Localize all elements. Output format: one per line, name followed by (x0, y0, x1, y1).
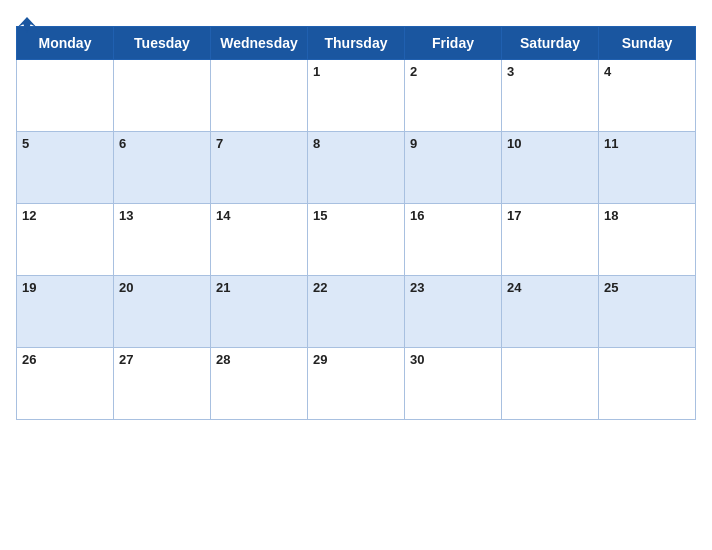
calendar-cell: 30 (405, 348, 502, 420)
calendar-week-row: 12131415161718 (17, 204, 696, 276)
calendar-cell (599, 348, 696, 420)
calendar-cell: 14 (211, 204, 308, 276)
calendar-week-row: 2627282930 (17, 348, 696, 420)
day-number: 25 (604, 280, 690, 295)
calendar-cell: 13 (114, 204, 211, 276)
calendar-cell: 28 (211, 348, 308, 420)
svg-marker-0 (17, 17, 36, 33)
calendar-cell: 4 (599, 60, 696, 132)
calendar-cell: 9 (405, 132, 502, 204)
calendar-cell: 27 (114, 348, 211, 420)
calendar-thead: MondayTuesdayWednesdayThursdayFridaySatu… (17, 27, 696, 60)
calendar-cell (502, 348, 599, 420)
calendar-cell: 15 (308, 204, 405, 276)
day-number: 22 (313, 280, 399, 295)
calendar-cell: 16 (405, 204, 502, 276)
day-number: 19 (22, 280, 108, 295)
calendar-cell: 29 (308, 348, 405, 420)
calendar-tbody: 1234567891011121314151617181920212223242… (17, 60, 696, 420)
calendar-cell: 1 (308, 60, 405, 132)
day-number: 21 (216, 280, 302, 295)
day-number: 16 (410, 208, 496, 223)
calendar-cell: 21 (211, 276, 308, 348)
calendar-cell: 2 (405, 60, 502, 132)
calendar-week-row: 567891011 (17, 132, 696, 204)
calendar-cell: 26 (17, 348, 114, 420)
day-number: 20 (119, 280, 205, 295)
day-number: 3 (507, 64, 593, 79)
calendar-cell: 22 (308, 276, 405, 348)
calendar-wrapper: MondayTuesdayWednesdayThursdayFridaySatu… (0, 0, 712, 550)
day-number: 12 (22, 208, 108, 223)
day-number: 10 (507, 136, 593, 151)
calendar-cell: 6 (114, 132, 211, 204)
calendar-cell: 10 (502, 132, 599, 204)
day-number: 1 (313, 64, 399, 79)
calendar-cell: 3 (502, 60, 599, 132)
weekday-header: Sunday (599, 27, 696, 60)
day-number: 18 (604, 208, 690, 223)
calendar-cell: 20 (114, 276, 211, 348)
day-number: 4 (604, 64, 690, 79)
weekday-header: Thursday (308, 27, 405, 60)
day-number: 24 (507, 280, 593, 295)
calendar-cell: 7 (211, 132, 308, 204)
day-number: 15 (313, 208, 399, 223)
calendar-cell: 11 (599, 132, 696, 204)
weekday-header: Tuesday (114, 27, 211, 60)
calendar-cell (114, 60, 211, 132)
weekday-header: Friday (405, 27, 502, 60)
calendar-cell: 19 (17, 276, 114, 348)
day-number: 9 (410, 136, 496, 151)
weekday-header: Saturday (502, 27, 599, 60)
calendar-cell: 18 (599, 204, 696, 276)
day-number: 2 (410, 64, 496, 79)
day-number: 8 (313, 136, 399, 151)
calendar-cell: 24 (502, 276, 599, 348)
day-number: 17 (507, 208, 593, 223)
calendar-cell (211, 60, 308, 132)
calendar-cell: 12 (17, 204, 114, 276)
calendar-cell: 25 (599, 276, 696, 348)
logo-bird-icon (16, 14, 38, 36)
day-number: 26 (22, 352, 108, 367)
calendar-cell: 23 (405, 276, 502, 348)
calendar-header (16, 10, 696, 16)
day-number: 13 (119, 208, 205, 223)
day-number: 30 (410, 352, 496, 367)
logo-area (16, 14, 40, 36)
day-number: 5 (22, 136, 108, 151)
weekday-header: Wednesday (211, 27, 308, 60)
calendar-week-row: 1234 (17, 60, 696, 132)
day-number: 27 (119, 352, 205, 367)
day-number: 7 (216, 136, 302, 151)
calendar-cell (17, 60, 114, 132)
calendar-cell: 17 (502, 204, 599, 276)
day-number: 11 (604, 136, 690, 151)
day-number: 6 (119, 136, 205, 151)
day-number: 23 (410, 280, 496, 295)
day-number: 28 (216, 352, 302, 367)
day-number: 29 (313, 352, 399, 367)
day-number: 14 (216, 208, 302, 223)
weekday-header-row: MondayTuesdayWednesdayThursdayFridaySatu… (17, 27, 696, 60)
calendar-cell: 5 (17, 132, 114, 204)
calendar-week-row: 19202122232425 (17, 276, 696, 348)
calendar-cell: 8 (308, 132, 405, 204)
calendar-table: MondayTuesdayWednesdayThursdayFridaySatu… (16, 26, 696, 420)
